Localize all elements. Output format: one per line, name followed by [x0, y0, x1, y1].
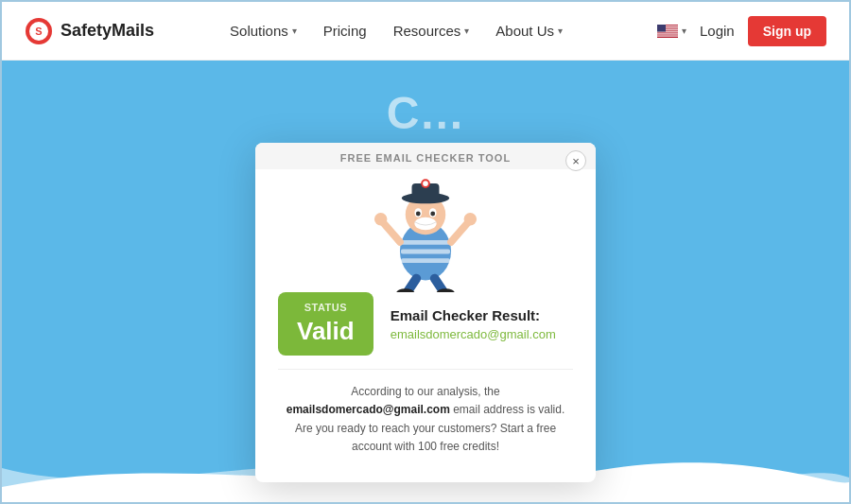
language-selector[interactable]: ▾: [657, 25, 686, 38]
logo-icon: S: [25, 17, 53, 45]
svg-line-26: [451, 222, 468, 242]
solutions-chevron-icon: ▾: [292, 26, 297, 36]
svg-rect-10: [657, 25, 666, 32]
result-description: According to our analysis, the emailsdom…: [278, 383, 573, 456]
resources-chevron-icon: ▾: [464, 26, 469, 36]
nav-pricing[interactable]: Pricing: [323, 23, 367, 39]
hero-section: C…and… …on Being blocked or blacklisted.…: [2, 61, 849, 504]
result-info: Email Checker Result: emailsdomercado@gm…: [391, 307, 573, 341]
signup-button[interactable]: Sign up: [748, 16, 826, 46]
svg-point-27: [374, 213, 388, 226]
result-row: Status Valid Email Checker Result: email…: [278, 292, 573, 356]
svg-point-28: [464, 213, 478, 226]
divider: [278, 369, 573, 370]
nav-links: Solutions ▾ Pricing Resources ▾ About Us…: [230, 23, 657, 39]
svg-point-22: [416, 212, 421, 217]
mascot-icon: [364, 160, 487, 292]
svg-point-23: [430, 212, 435, 217]
svg-rect-13: [401, 250, 450, 254]
svg-rect-12: [401, 240, 450, 245]
navbar: S SafetyMails Solutions ▾ Pricing Resour…: [2, 2, 849, 61]
brand-name: SafetyMails: [61, 21, 154, 41]
svg-rect-8: [657, 33, 678, 34]
modal-body: Status Valid Email Checker Result: email…: [255, 292, 596, 456]
svg-point-19: [423, 181, 428, 186]
status-box: Status Valid: [278, 292, 373, 356]
nav-right: ▾ Login Sign up: [657, 16, 826, 46]
mascot-area: [255, 160, 596, 292]
logo[interactable]: S SafetyMails: [25, 17, 154, 45]
flag-icon: [657, 25, 678, 38]
email-checker-modal: FREE EMAIL CHECKER TOOL ×: [255, 143, 596, 482]
login-button[interactable]: Login: [700, 23, 735, 39]
about-chevron-icon: ▾: [558, 26, 563, 36]
result-title: Email Checker Result:: [391, 307, 573, 323]
nav-about[interactable]: About Us ▾: [495, 23, 563, 39]
result-email: emailsdomercado@gmail.com: [391, 327, 573, 341]
modal-close-button[interactable]: ×: [565, 150, 586, 171]
modal-overlay: FREE EMAIL CHECKER TOOL ×: [2, 119, 849, 504]
nav-solutions[interactable]: Solutions ▾: [230, 23, 297, 39]
svg-rect-14: [401, 258, 450, 263]
chevron-down-icon: ▾: [682, 26, 686, 36]
nav-resources[interactable]: Resources ▾: [393, 23, 470, 39]
svg-text:S: S: [35, 26, 42, 37]
svg-rect-9: [657, 35, 678, 36]
svg-line-25: [383, 222, 400, 242]
